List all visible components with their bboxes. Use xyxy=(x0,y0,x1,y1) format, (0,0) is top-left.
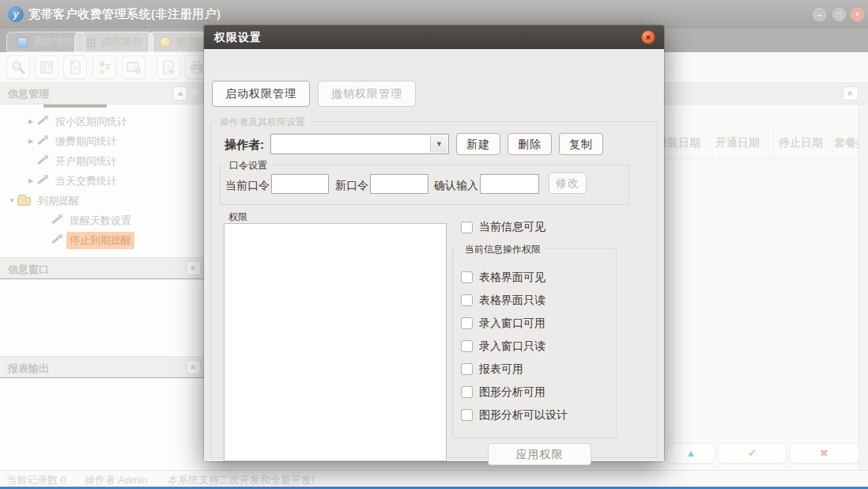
checkbox[interactable] xyxy=(461,409,473,421)
user-permission-button[interactable] xyxy=(92,55,116,79)
search-icon xyxy=(10,59,26,75)
modify-password-button[interactable]: 修改 xyxy=(549,172,587,194)
close-button[interactable]: × xyxy=(851,8,864,21)
dialog-body: 启动权限管理 撤销权限管理 操作者及其权限设置 操作者: ▼ 新建 删除 复制 … xyxy=(204,49,664,461)
chevron-down-icon[interactable]: ▼ xyxy=(6,197,17,204)
operator-label: 操作者: xyxy=(225,138,264,153)
permission-listbox[interactable] xyxy=(224,223,447,461)
permission-checkbox-row: 录入窗口只读 xyxy=(461,335,611,358)
report-view-button[interactable] xyxy=(35,55,58,79)
checkbox-label: 图形分析可以设计 xyxy=(479,408,568,423)
record-post-button[interactable]: ✔ xyxy=(718,443,787,464)
dialog-titlebar[interactable]: 权限设置 × xyxy=(204,25,664,49)
minimize-button[interactable]: – xyxy=(813,8,826,21)
tree-item-label: 提醒天数设置 xyxy=(66,212,134,229)
checkbox[interactable] xyxy=(461,317,473,329)
application-window: y 宽带客户收费管理系统(非注册用户) – □ × 系统导航 信息操作 使用指南 xyxy=(0,0,868,489)
checkbox-label: 表格界面可见 xyxy=(479,271,545,285)
new-document-button[interactable] xyxy=(63,55,87,79)
maximize-button[interactable]: □ xyxy=(832,8,846,21)
tab-label: 信息操作 xyxy=(101,35,142,49)
tree-item-label: 按小区期间统计 xyxy=(52,113,130,131)
info-window-collapse-button[interactable]: « xyxy=(187,261,201,275)
chevron-up-icon: « xyxy=(187,266,200,271)
folder-icon xyxy=(17,197,31,206)
start-permission-button[interactable]: 启动权限管理 xyxy=(212,81,310,107)
chevron-right-icon[interactable]: ▶ xyxy=(25,118,36,125)
grid-column-header[interactable]: 开通日期 xyxy=(715,136,760,150)
grid-column-header[interactable]: 停止日期 xyxy=(779,136,823,150)
record-edit-button[interactable]: ▲ xyxy=(666,443,715,464)
permission-settings-dialog: 权限设置 × 启动权限管理 撤销权限管理 操作者及其权限设置 操作者: ▼ 新建… xyxy=(204,25,664,461)
report-output-panel xyxy=(0,378,204,470)
info-window-title: 信息窗口 xyxy=(8,263,49,277)
checkbox[interactable] xyxy=(461,222,473,233)
tab-info-operation[interactable]: 信息操作 xyxy=(74,32,153,52)
search-button[interactable] xyxy=(6,55,30,79)
apply-permission-button[interactable]: 应用权限 xyxy=(488,443,591,465)
tree-item[interactable]: 停止到期提醒 xyxy=(0,230,204,250)
report-output-collapse-button[interactable]: « xyxy=(187,360,201,374)
sidebar-collapse-button[interactable]: « xyxy=(173,86,187,100)
permission-checkbox-row: 图形分析可以设计 xyxy=(461,404,611,426)
checkbox-label: 表格界面只读 xyxy=(479,294,545,308)
tree-item[interactable]: ▶按小区期间统计 xyxy=(0,112,204,131)
tree-item[interactable]: ▶当天交费统计 xyxy=(0,171,204,191)
checkbox[interactable] xyxy=(461,294,473,306)
chevron-right-icon[interactable]: ▶ xyxy=(25,177,36,184)
checkbox[interactable] xyxy=(461,386,473,398)
info-management-title: 信息管理 xyxy=(8,87,49,101)
add-document-button[interactable] xyxy=(157,55,180,79)
tree-item-label: 缴费期间统计 xyxy=(52,133,120,150)
report-output-header[interactable]: 报表输出 « xyxy=(0,356,204,377)
document-add-icon xyxy=(160,59,176,75)
operator-combobox[interactable]: ▼ xyxy=(270,134,449,154)
checkbox-label: 报表可用 xyxy=(479,362,523,377)
report-icon xyxy=(39,59,55,75)
confirm-password-field[interactable] xyxy=(480,174,539,194)
record-cancel-button[interactable]: ✖ xyxy=(789,443,859,464)
permission-checkbox-row: 表格界面可见 xyxy=(461,266,611,289)
checkbox[interactable] xyxy=(461,363,473,375)
new-operator-button[interactable]: 新建 xyxy=(456,133,500,155)
delete-operator-button[interactable]: 删除 xyxy=(508,133,552,155)
user-permission-icon xyxy=(96,59,112,75)
permission-list-label: 权限 xyxy=(225,210,251,224)
wand-icon xyxy=(36,135,48,147)
permission-checkbox-row: 表格界面只读 xyxy=(461,289,611,312)
tree-item[interactable]: 提醒天数设置 xyxy=(0,210,204,230)
revoke-permission-button[interactable]: 撤销权限管理 xyxy=(318,81,416,107)
chevron-down-icon[interactable]: ▼ xyxy=(430,135,447,153)
grid-icon xyxy=(85,37,96,47)
confirm-password-label: 确认输入 xyxy=(434,179,478,193)
current-password-field[interactable] xyxy=(271,174,329,194)
permission-checkbox-row: 报表可用 xyxy=(461,358,611,381)
main-panel-collapse-button[interactable]: « xyxy=(843,86,859,100)
checkbox-label: 录入窗口只读 xyxy=(479,339,545,354)
dialog-close-button[interactable]: × xyxy=(641,30,655,44)
tab-system-nav[interactable]: 系统导航 xyxy=(6,32,85,52)
copy-operator-button[interactable]: 复制 xyxy=(559,133,603,155)
tree-item[interactable]: ▶缴费期间统计 xyxy=(0,131,204,151)
record-count-status: 当前记录数 0 xyxy=(6,473,66,487)
window-title: 宽带客户收费管理系统(非注册用户) xyxy=(28,7,221,22)
vertical-scrollbar[interactable] xyxy=(859,104,868,470)
checkbox[interactable] xyxy=(461,340,473,352)
permission-checkbox-row: 录入窗口可用 xyxy=(461,312,611,335)
checkbox[interactable] xyxy=(461,271,473,283)
window-view-button[interactable] xyxy=(122,55,145,79)
tree-item-clipped xyxy=(43,104,115,108)
status-message: 本系统支持二次开发和全新开发! xyxy=(168,473,315,487)
chevron-right-icon[interactable]: ▶ xyxy=(25,138,36,145)
guide-icon xyxy=(160,36,171,47)
info-window-header[interactable]: 信息窗口 « xyxy=(0,257,204,279)
tree-item-label: 开户期间统计 xyxy=(52,153,120,170)
tree-item[interactable]: 开户期间统计 xyxy=(0,151,204,171)
blue-square-icon xyxy=(17,37,28,47)
tree-item[interactable]: ▼到期提醒 xyxy=(0,191,204,210)
checkbox-label: 图形分析可用 xyxy=(479,385,545,400)
new-password-label: 新口令 xyxy=(335,179,368,193)
permission-checkbox-row: 图形分析可用 xyxy=(461,381,611,404)
new-password-field[interactable] xyxy=(370,174,428,194)
info-window-panel xyxy=(0,279,204,356)
